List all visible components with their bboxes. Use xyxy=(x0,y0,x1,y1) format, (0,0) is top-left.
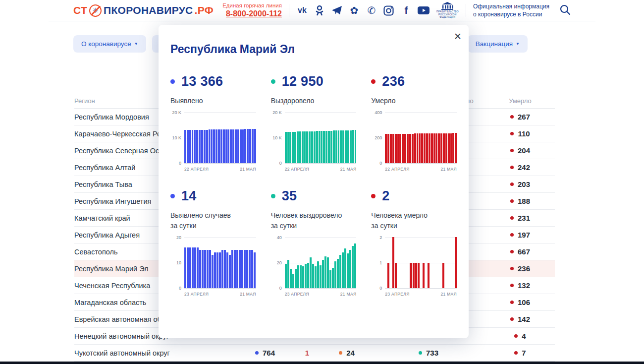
table-row[interactable]: Чукотский автономный округ7641247337 xyxy=(74,345,555,362)
chart-bar xyxy=(216,252,218,288)
youtube-icon[interactable] xyxy=(418,4,429,16)
chart-bar xyxy=(402,134,404,163)
site-header: СТ ✳ ПКОРОНАВИРУС .РФ Единая горячая лин… xyxy=(49,0,595,21)
chart-bar xyxy=(209,129,211,163)
nav-item-vaccination[interactable]: Вакцинация▼ xyxy=(468,35,528,53)
chart-bar xyxy=(184,130,186,163)
chart-bar xyxy=(426,133,428,163)
stat-label: Выздоровело xyxy=(271,96,357,106)
chart-bar xyxy=(212,255,214,288)
chart-bar xyxy=(395,134,397,163)
chart-bar xyxy=(316,131,318,163)
chart-bar xyxy=(354,243,356,288)
site-logo[interactable]: СТ ✳ ПКОРОНАВИРУС .РФ xyxy=(73,4,214,17)
plot-area xyxy=(184,237,256,289)
chart-bar xyxy=(204,130,206,163)
chart-bar xyxy=(390,134,392,163)
stat-value: 12 950 xyxy=(282,74,323,89)
chart-bar xyxy=(307,263,309,289)
viber-icon[interactable]: ✆ xyxy=(366,4,377,16)
chart-bar xyxy=(302,131,304,163)
daily-charts-row: 2010023 АПРЕЛЯ21 МАЯ4020023 АПРЕЛЯ21 МАЯ… xyxy=(170,237,457,297)
ok-icon[interactable] xyxy=(314,4,325,16)
nav-item-about[interactable]: О коронавирусе▼ xyxy=(73,35,146,53)
status-dot xyxy=(510,182,514,186)
totals-stats-row: 13 366Выявлено12 950Выздоровело236Умерло xyxy=(170,74,457,106)
chart-bar xyxy=(352,246,354,288)
status-dot xyxy=(510,199,514,203)
facebook-icon[interactable]: f xyxy=(400,4,412,16)
y-axis: 20 K10 K0 xyxy=(271,112,285,164)
chart-bar xyxy=(305,264,307,288)
divider xyxy=(289,4,289,17)
stat-block: 12 950Выздоровело xyxy=(271,74,357,106)
chart-bar xyxy=(339,255,341,288)
instagram-icon[interactable] xyxy=(383,4,395,16)
chart-bar xyxy=(215,129,217,163)
died-cell: 110 xyxy=(485,129,555,138)
telegram-icon[interactable] xyxy=(331,4,343,16)
x-axis: 23 АПРЕЛЯ21 МАЯ xyxy=(271,292,357,297)
chart-bar xyxy=(335,130,337,163)
chart-bar xyxy=(397,134,399,163)
chart-bar xyxy=(251,250,253,288)
chart-bar xyxy=(350,130,352,163)
chart-bar xyxy=(297,265,299,288)
chart-bar xyxy=(309,131,311,163)
status-dot xyxy=(514,334,518,338)
chart-bar xyxy=(297,131,299,163)
status-dot xyxy=(510,284,514,287)
chart-bar xyxy=(247,129,249,163)
chart-bar xyxy=(352,130,354,163)
chart-bar xyxy=(187,130,189,163)
stat-block: 35Человек выздоровело за сутки xyxy=(271,188,357,231)
stat-value: 13 366 xyxy=(181,74,223,89)
government-emblem[interactable]: ПРАВИТЕЛЬСТВО РОССИЙСКОЙ ФЕДЕРАЦИИ xyxy=(436,2,459,19)
chart-bar xyxy=(315,266,317,288)
stat-value: 35 xyxy=(282,188,297,204)
hotline-phone-link[interactable]: 8-800-2000-112 xyxy=(222,9,282,19)
close-icon[interactable]: ✕ xyxy=(454,32,462,41)
stat-value: 2 xyxy=(382,188,389,204)
vk-icon[interactable]: vk xyxy=(296,4,308,16)
virus-icon: ✳ xyxy=(89,4,102,17)
chart-bar xyxy=(448,133,450,164)
chart-bar xyxy=(412,134,414,163)
chart-bar xyxy=(196,130,198,163)
chart-bar xyxy=(211,129,213,163)
chart-bar xyxy=(199,130,201,163)
chart-bar xyxy=(292,132,294,163)
died-cell: 236 xyxy=(485,264,555,273)
chart-bar xyxy=(254,129,256,163)
status-dot xyxy=(514,351,518,355)
x-axis: 22 АПРЕЛЯ21 МАЯ xyxy=(271,167,357,172)
chart-bar xyxy=(322,260,324,288)
bar-chart: 400200022 АПРЕЛЯ21 МАЯ xyxy=(371,112,457,172)
chart-bar xyxy=(225,129,227,163)
stat-label: Человека умерло за сутки xyxy=(371,210,457,231)
icq-icon[interactable]: ✿ xyxy=(348,4,360,16)
government-emblem-label: ПРАВИТЕЛЬСТВО РОССИЙСКОЙ ФЕДЕРАЦИИ xyxy=(436,10,459,19)
search-icon[interactable] xyxy=(559,4,571,17)
stat-block: 236Умерло xyxy=(371,74,457,106)
chart-bar xyxy=(324,256,326,288)
stat-dot xyxy=(170,194,175,198)
chart-bar xyxy=(235,129,237,163)
chart-bar xyxy=(410,263,412,289)
chart-bar xyxy=(414,133,416,163)
stopcoronavirus-page: СТ ✳ ПКОРОНАВИРУС .РФ Единая горячая лин… xyxy=(0,0,644,364)
chart-bar xyxy=(399,134,401,163)
chart-bar xyxy=(407,134,409,163)
chart-bar xyxy=(244,129,246,163)
chart-bar xyxy=(249,129,251,163)
chart-bar xyxy=(221,250,223,288)
chart-bar xyxy=(207,250,209,288)
stat-dot xyxy=(271,194,275,198)
chart-bar xyxy=(342,130,344,163)
chart-bar xyxy=(314,131,316,163)
chart-bar xyxy=(299,131,301,163)
chart-bar xyxy=(285,264,287,288)
chart-bar xyxy=(329,270,331,288)
chart-bar xyxy=(319,131,321,163)
next-section-edge xyxy=(0,362,644,364)
